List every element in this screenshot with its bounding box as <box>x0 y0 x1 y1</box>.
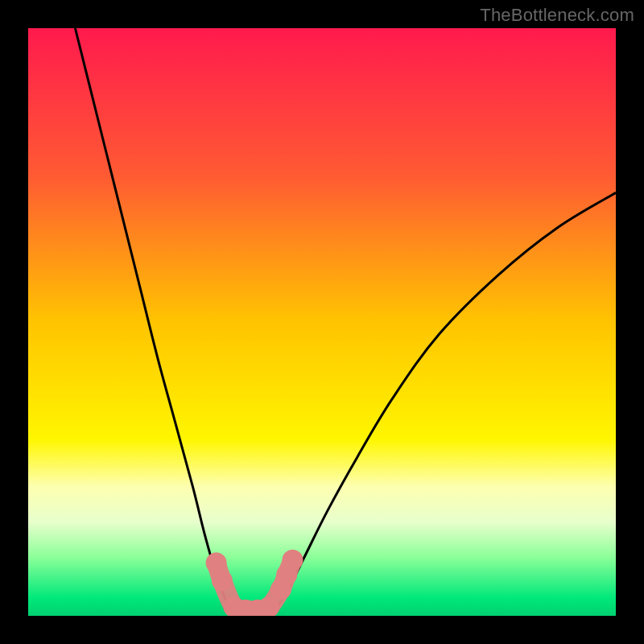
chart-svg <box>28 28 616 616</box>
chart-background <box>28 28 616 616</box>
chart-plot-area <box>28 28 616 616</box>
marker-bead <box>212 570 233 591</box>
marker-bead <box>283 550 303 571</box>
watermark-text: TheBottleneck.com <box>480 5 634 26</box>
